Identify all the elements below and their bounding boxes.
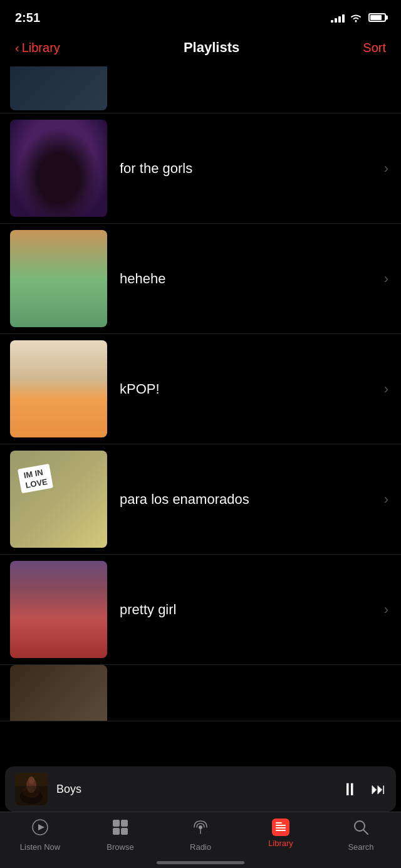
mini-album-art bbox=[15, 773, 48, 805]
tab-label-radio: Radio bbox=[190, 842, 211, 852]
sort-button[interactable]: Sort bbox=[363, 41, 386, 55]
listen-now-icon bbox=[31, 818, 49, 840]
tab-library[interactable]: Library bbox=[256, 818, 306, 848]
back-label: Library bbox=[22, 41, 60, 55]
svg-point-5 bbox=[28, 776, 34, 784]
playlist-name-kpop: kPOP! bbox=[120, 381, 160, 397]
browse-icon bbox=[112, 818, 129, 840]
svg-rect-16 bbox=[276, 830, 286, 831]
album-art-svg bbox=[15, 773, 48, 805]
list-item-partial-top[interactable] bbox=[0, 66, 401, 113]
svg-marker-7 bbox=[38, 824, 44, 830]
pause-button[interactable]: ⏸ bbox=[341, 779, 358, 800]
mini-player-controls: ⏸ ⏭ bbox=[341, 779, 386, 800]
chevron-left-icon: ‹ bbox=[15, 41, 19, 55]
svg-point-3 bbox=[23, 785, 40, 798]
svg-rect-11 bbox=[121, 828, 128, 835]
playlist-info-hehehe: hehehe › bbox=[120, 271, 388, 287]
home-indicator bbox=[157, 861, 244, 864]
chevron-right-icon: › bbox=[384, 381, 388, 397]
list-item-partial-bottom[interactable] bbox=[0, 665, 401, 721]
chevron-right-icon: › bbox=[384, 271, 388, 287]
playlist-name-pretty: pretty girl bbox=[120, 602, 176, 618]
svg-line-19 bbox=[363, 830, 368, 834]
tab-label-search: Search bbox=[348, 842, 373, 852]
playlist-name-hehehe: hehehe bbox=[120, 271, 165, 287]
tab-search[interactable]: Search bbox=[336, 818, 386, 852]
playlist-info-kpop: kPOP! › bbox=[120, 381, 388, 397]
playlist-thumb-partial-bottom bbox=[10, 665, 107, 721]
playlist-thumb-gorls bbox=[10, 120, 107, 217]
forward-button[interactable]: ⏭ bbox=[371, 780, 386, 798]
tab-label-listen-now: Listen Now bbox=[20, 842, 60, 852]
chevron-right-icon: › bbox=[384, 602, 388, 618]
playlist-list: for the gorls › hehehe › kPOP! › IM IN L… bbox=[0, 66, 401, 828]
back-button[interactable]: ‹ Library bbox=[15, 41, 60, 55]
mini-player[interactable]: Boys ⏸ ⏭ bbox=[5, 766, 396, 812]
svg-rect-8 bbox=[113, 820, 120, 827]
search-icon bbox=[352, 818, 370, 840]
playlist-thumb-pretty bbox=[10, 561, 107, 658]
tab-radio[interactable]: Radio bbox=[175, 818, 226, 852]
library-icon bbox=[272, 818, 289, 836]
list-item-love[interactable]: IM IN LOVE para los enamorados › bbox=[0, 444, 401, 555]
chevron-right-icon: › bbox=[384, 160, 388, 177]
playlist-thumb-partial-top bbox=[10, 66, 107, 110]
playlist-name-gorls: for the gorls bbox=[120, 160, 192, 177]
radio-icon bbox=[192, 818, 209, 840]
svg-rect-17 bbox=[276, 822, 282, 824]
playlist-thumb-hehehe bbox=[10, 230, 107, 327]
list-item-gorls[interactable]: for the gorls › bbox=[0, 113, 401, 224]
svg-rect-14 bbox=[276, 825, 286, 826]
playlist-info-pretty: pretty girl › bbox=[120, 602, 388, 618]
svg-rect-15 bbox=[276, 827, 286, 829]
signal-icon bbox=[331, 13, 345, 23]
chevron-right-icon: › bbox=[384, 491, 388, 508]
tab-label-browse: Browse bbox=[107, 842, 133, 852]
tab-bar: Listen Now Browse Radio bbox=[0, 812, 401, 868]
svg-point-0 bbox=[355, 20, 357, 22]
mini-song-title: Boys bbox=[56, 783, 341, 796]
playlist-thumb-kpop bbox=[10, 340, 107, 437]
tab-listen-now[interactable]: Listen Now bbox=[15, 818, 65, 852]
page-title: Playlists bbox=[184, 39, 239, 56]
status-icons bbox=[331, 13, 386, 23]
list-item-hehehe[interactable]: hehehe › bbox=[0, 224, 401, 334]
playlist-name-love: para los enamorados bbox=[120, 491, 249, 508]
svg-rect-10 bbox=[113, 828, 120, 835]
svg-point-2 bbox=[20, 789, 43, 804]
list-item-kpop[interactable]: kPOP! › bbox=[0, 334, 401, 444]
list-item-pretty[interactable]: pretty girl › bbox=[0, 555, 401, 665]
playlist-info-gorls: for the gorls › bbox=[120, 160, 388, 177]
svg-rect-9 bbox=[121, 820, 128, 827]
playlist-info-love: para los enamorados › bbox=[120, 491, 388, 508]
battery-icon bbox=[368, 13, 386, 22]
tab-browse[interactable]: Browse bbox=[95, 818, 145, 852]
svg-point-12 bbox=[199, 825, 202, 829]
wifi-icon bbox=[350, 13, 362, 23]
playlist-thumb-love: IM IN LOVE bbox=[10, 451, 107, 548]
status-bar: 2:51 bbox=[0, 0, 401, 31]
status-time: 2:51 bbox=[15, 11, 40, 25]
tab-label-library: Library bbox=[268, 839, 293, 848]
nav-bar: ‹ Library Playlists Sort bbox=[0, 31, 401, 66]
